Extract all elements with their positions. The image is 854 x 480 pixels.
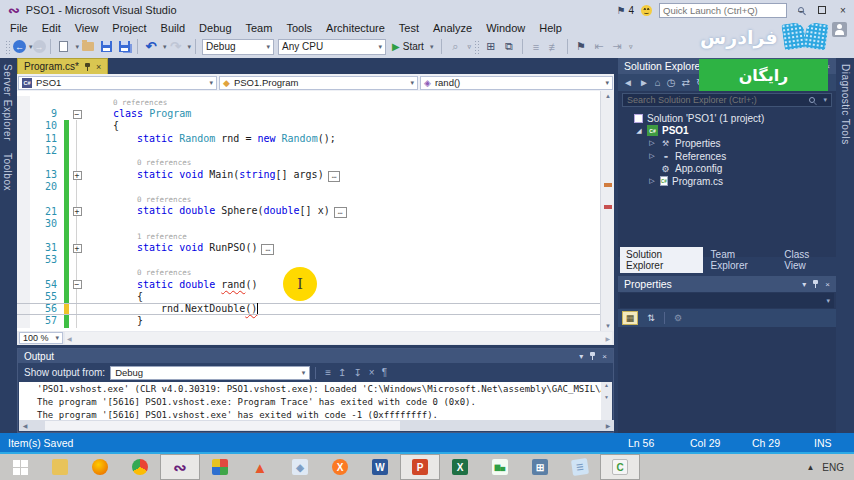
- scrollbar-thumb[interactable]: [45, 421, 400, 430]
- menu-build[interactable]: Build: [154, 22, 192, 34]
- output-source-dropdown[interactable]: Debug ▾: [110, 366, 310, 380]
- output-text[interactable]: 'PSO1.vshost.exe' (CLR v4.0.30319: PSO1.…: [19, 382, 603, 421]
- undo-icon[interactable]: ↶: [143, 38, 159, 56]
- codelens-references[interactable]: 0 references: [137, 268, 191, 277]
- toolbar-overflow-icon[interactable]: ▿: [629, 43, 633, 51]
- save-icon[interactable]: [98, 38, 114, 56]
- navigate-to-icon[interactable]: ⊞: [483, 38, 499, 56]
- property-pages-icon[interactable]: ⚙: [670, 311, 686, 325]
- taskbar-app-camtasia[interactable]: C: [600, 454, 640, 480]
- taskbar-app-calculator[interactable]: ⊞: [520, 454, 560, 480]
- scroll-left-icon[interactable]: ◀: [19, 422, 31, 429]
- breakpoint-margin[interactable]: [17, 120, 30, 132]
- breakpoint-margin[interactable]: [17, 145, 30, 157]
- breakpoint-margin[interactable]: [17, 304, 30, 314]
- breakpoint-margin[interactable]: [17, 169, 30, 181]
- navigate-forward-icon[interactable]: ►: [639, 77, 649, 88]
- breakpoint-margin[interactable]: [17, 242, 30, 254]
- menu-help[interactable]: Help: [532, 22, 569, 34]
- window-position-icon[interactable]: ▾: [802, 280, 806, 289]
- notifications-flag-icon[interactable]: ⚑: [616, 5, 625, 16]
- expanded-arrow-icon[interactable]: ◢: [635, 127, 643, 135]
- start-debugging-button[interactable]: ▶Start▾: [388, 41, 437, 52]
- editor-horizontal-scrollbar[interactable]: ◀ ▶: [65, 332, 612, 344]
- breakpoint-margin[interactable]: [17, 96, 30, 108]
- taskbar-app-powerpoint[interactable]: P: [400, 454, 440, 480]
- menu-test[interactable]: Test: [392, 22, 426, 34]
- clear-all-icon[interactable]: ×: [369, 367, 375, 378]
- tab-diagnostic-tools[interactable]: Diagnostic Tools: [838, 58, 853, 151]
- output-vertical-scrollbar[interactable]: ▲▼: [601, 382, 612, 421]
- collapsed-arrow-icon[interactable]: ▷: [648, 139, 656, 147]
- word-wrap-icon[interactable]: ¶: [382, 367, 387, 378]
- taskbar-app-start[interactable]: [0, 454, 40, 480]
- taskbar-app-color-grid-app[interactable]: [200, 454, 240, 480]
- close-window-icon[interactable]: ×: [825, 280, 830, 289]
- codelens-references[interactable]: 0 references: [113, 98, 167, 107]
- chevron-down-icon[interactable]: ▾: [29, 43, 33, 51]
- pin-window-icon[interactable]: [812, 279, 819, 289]
- breakpoint-margin[interactable]: [17, 279, 30, 291]
- collapse-region-icon[interactable]: −: [73, 110, 82, 119]
- pending-changes-filter-icon[interactable]: ◷: [667, 77, 676, 88]
- breakpoint-margin[interactable]: [17, 254, 30, 266]
- breakpoint-margin[interactable]: [17, 108, 30, 120]
- maximize-button[interactable]: [815, 5, 829, 16]
- code-editor[interactable]: 0 references9−class Program10{11static R…: [17, 91, 614, 331]
- taskbar-app-matlab[interactable]: ▲: [240, 454, 280, 480]
- taskbar-app-notepad[interactable]: ☰: [560, 454, 600, 480]
- taskbar-show-hidden-icons[interactable]: ▲: [806, 463, 814, 472]
- panel-tab-solution-explorer[interactable]: Solution Explorer: [620, 247, 703, 273]
- breakpoint-margin[interactable]: [17, 157, 30, 169]
- chevron-down-icon[interactable]: ▾: [163, 43, 167, 51]
- menu-window[interactable]: Window: [479, 22, 532, 34]
- collapse-region-icon[interactable]: −: [73, 280, 82, 289]
- chevron-down-icon[interactable]: ▾: [188, 43, 192, 51]
- prev-bookmark-icon[interactable]: ⇤: [591, 38, 607, 56]
- solution-search-box[interactable]: ▾: [622, 93, 832, 107]
- chevron-down-icon[interactable]: ▾: [76, 43, 80, 51]
- taskbar-app-chart-app[interactable]: ▆▄: [480, 454, 520, 480]
- taskbar-language[interactable]: ENG: [822, 462, 844, 473]
- navigate-forward-icon[interactable]: →: [33, 40, 46, 53]
- breakpoint-margin[interactable]: [17, 218, 30, 230]
- collapsed-region-box[interactable]: …: [334, 207, 347, 218]
- codelens-references[interactable]: 0 references: [137, 195, 191, 204]
- categorized-view-icon[interactable]: ▦: [622, 311, 638, 325]
- configuration-dropdown[interactable]: Debug▾: [202, 39, 274, 55]
- quick-launch-box[interactable]: [659, 3, 787, 18]
- scroll-left-icon[interactable]: ◀: [67, 335, 72, 342]
- document-tab-program-cs[interactable]: Program.cs* ×: [17, 58, 108, 74]
- taskbar-app-firefox[interactable]: [80, 454, 120, 480]
- toolbar-overflow-icon[interactable]: ▿: [467, 43, 471, 51]
- redo-icon[interactable]: ↷: [168, 38, 184, 56]
- menu-file[interactable]: File: [3, 22, 35, 34]
- find-in-files-icon[interactable]: ⌕: [447, 38, 463, 56]
- project-dropdown[interactable]: C# PSO1 ▾: [18, 76, 217, 90]
- feedback-smiley-icon[interactable]: [641, 5, 652, 16]
- tree-item[interactable]: ▷⚒Properties: [618, 137, 836, 150]
- toggle-bookmark-icon[interactable]: ⚑: [573, 38, 589, 56]
- solution-search-input[interactable]: [627, 95, 809, 105]
- zoom-dropdown[interactable]: 100 % ▾: [19, 332, 63, 344]
- taskbar-app-chrome[interactable]: [120, 454, 160, 480]
- menu-architecture[interactable]: Architecture: [319, 22, 392, 34]
- scroll-down-icon[interactable]: ▼: [601, 323, 614, 329]
- expand-region-icon[interactable]: +: [73, 244, 82, 253]
- breakpoint-margin[interactable]: [17, 181, 30, 193]
- breakpoint-margin[interactable]: [17, 133, 30, 145]
- pin-window-icon[interactable]: [589, 351, 596, 361]
- tab-toolbox[interactable]: Toolbox: [0, 147, 15, 197]
- tree-item[interactable]: ▷C#Program.cs: [618, 175, 836, 188]
- type-dropdown[interactable]: ◆ PSO1.Program ▾: [219, 76, 418, 90]
- member-dropdown[interactable]: ◈ rand() ▾: [420, 76, 613, 90]
- menu-project[interactable]: Project: [105, 22, 153, 34]
- quick-launch-input[interactable]: [660, 5, 798, 16]
- menu-debug[interactable]: Debug: [192, 22, 238, 34]
- menu-view[interactable]: View: [68, 22, 106, 34]
- breakpoint-margin[interactable]: [17, 194, 30, 206]
- expand-region-icon[interactable]: +: [73, 171, 82, 180]
- breakpoint-margin[interactable]: [17, 291, 30, 303]
- tree-item[interactable]: ◢C#PSO1: [618, 125, 836, 138]
- navigate-backward-icon[interactable]: ←: [13, 40, 26, 53]
